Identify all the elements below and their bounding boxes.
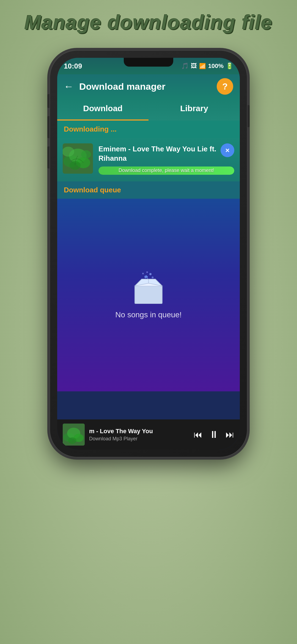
- mini-song-title: m - Love The Way You: [89, 428, 189, 435]
- status-icons: 🎵 🖼 📶 100% 🔋: [181, 62, 233, 70]
- battery-text: 100%: [208, 62, 224, 70]
- downloading-label: Downloading ...: [64, 125, 117, 133]
- tab-download[interactable]: Download: [57, 99, 148, 121]
- page-title: Manage downloading file: [24, 11, 273, 34]
- empty-queue-text: No songs in queue!: [115, 310, 182, 319]
- song-info: Eminem - Love The Way You Lie ft. Rihann…: [98, 143, 234, 175]
- tab-library[interactable]: Library: [148, 99, 240, 121]
- status-time: 10:09: [64, 62, 82, 70]
- mini-player: m - Love The Way You Download Mp3 Player…: [57, 419, 240, 450]
- battery-icon: 🔋: [226, 62, 233, 70]
- phone-screen: 10:09 🎵 🖼 📶 100% 🔋 ← Download manager ? …: [57, 58, 240, 450]
- leaf-art: [63, 143, 93, 174]
- svg-point-6: [63, 147, 74, 157]
- power-button: [248, 105, 250, 127]
- svg-point-10: [149, 273, 152, 275]
- svg-rect-7: [135, 286, 162, 304]
- prev-button[interactable]: ⏮: [194, 430, 202, 440]
- vol-down-button: [47, 146, 50, 168]
- mini-controls: ⏮ ⏸ ⏭: [194, 429, 234, 440]
- progress-bar: Download complete, please wait a moment!: [98, 167, 234, 175]
- phone-mockup: 10:09 🎵 🖼 📶 100% 🔋 ← Download manager ? …: [50, 50, 248, 479]
- song-thumbnail: [63, 143, 93, 174]
- status-bar: 10:09 🎵 🖼 📶 100% 🔋: [57, 58, 240, 74]
- signal-icon: 📶: [199, 63, 206, 69]
- close-download-button[interactable]: ×: [221, 143, 234, 157]
- queue-empty-area: No songs in queue!: [57, 199, 240, 391]
- mini-player-info: m - Love The Way You Download Mp3 Player: [89, 428, 189, 442]
- back-button[interactable]: ←: [64, 81, 74, 92]
- progress-text: Download complete, please wait a moment!: [119, 168, 214, 173]
- svg-point-13: [146, 271, 148, 273]
- mute-button: [47, 94, 50, 108]
- vol-up-button: [47, 116, 50, 138]
- app-header: ← Download manager ?: [57, 74, 240, 99]
- phone-shell: 10:09 🎵 🖼 📶 100% 🔋 ← Download manager ? …: [50, 50, 248, 457]
- svg-point-12: [152, 276, 154, 278]
- photo-icon: 🖼: [191, 62, 197, 70]
- queue-label: Download queue: [64, 186, 121, 194]
- download-item: Eminem - Love The Way You Lie ft. Rihann…: [57, 138, 240, 181]
- mini-subtitle: Download Mp3 Player: [89, 436, 189, 442]
- mini-thumbnail: [63, 424, 85, 446]
- empty-box-icon: [131, 271, 166, 304]
- help-button[interactable]: ?: [217, 78, 233, 95]
- pause-button[interactable]: ⏸: [209, 429, 219, 440]
- svg-point-5: [81, 150, 91, 159]
- song-title: Eminem - Love The Way You Lie ft. Rihann…: [98, 144, 234, 163]
- next-button[interactable]: ⏭: [226, 430, 234, 440]
- notch: [124, 58, 173, 67]
- queue-section-header: Download queue: [57, 181, 240, 199]
- downloading-section-header: Downloading ...: [57, 121, 240, 138]
- svg-point-11: [142, 273, 144, 274]
- header-title: Download manager: [79, 81, 211, 92]
- tabs-bar: Download Library: [57, 99, 240, 121]
- music-icon: 🎵: [181, 62, 189, 70]
- svg-point-18: [68, 437, 76, 444]
